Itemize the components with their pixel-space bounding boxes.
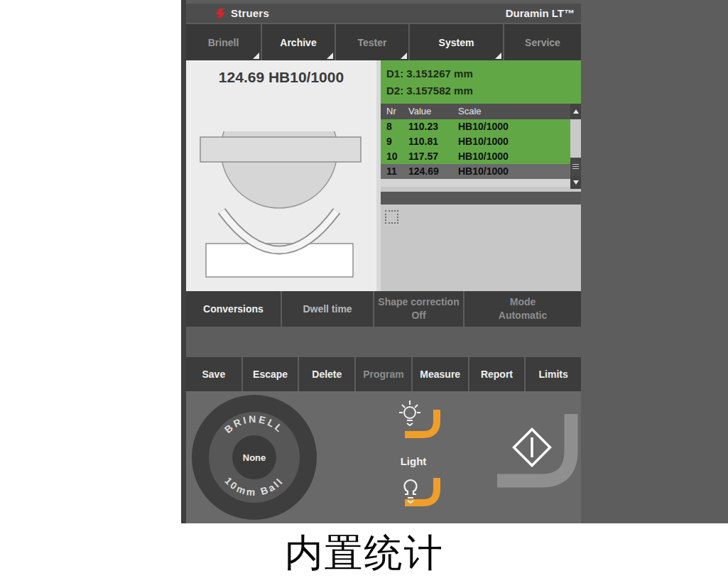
table-row-empty: [381, 179, 570, 187]
d1-readout: D1: 3.151267 mm: [386, 65, 581, 82]
indenter-diagram: [186, 131, 376, 284]
page: Struers Duramin LT™ Brinell Archive Test…: [0, 0, 728, 583]
table-row-selected[interactable]: 11 124.69 HB10/1000: [381, 164, 570, 179]
delete-button[interactable]: Delete: [299, 357, 354, 391]
hardware-zone: BRINELL 10mm Ball None: [186, 391, 581, 523]
results-table: 8 110.23 HB10/1000 9 110.81 HB10/1000 10…: [381, 119, 570, 187]
screen-left-border: [181, 0, 186, 523]
light-off-bulb-icon[interactable]: [401, 476, 420, 506]
brand-logo: Struers: [214, 4, 269, 23]
table-row[interactable]: 8 110.23 HB10/1000: [381, 119, 570, 134]
dwell-time-button[interactable]: Dwell time: [282, 291, 373, 327]
results-table-header: Nr Value Scale: [381, 104, 581, 119]
conversions-button[interactable]: Conversions: [186, 291, 281, 327]
panel-separator-strip: [381, 192, 581, 205]
tab-corner-indicator: [327, 53, 333, 59]
brand-name: Struers: [231, 7, 269, 19]
hardness-reading: 124.69 HB10/1000: [186, 69, 376, 86]
tab-brinell[interactable]: Brinell: [186, 24, 261, 60]
tab-corner-indicator: [253, 53, 259, 59]
program-button[interactable]: Program: [356, 357, 411, 391]
light-label: Light: [395, 455, 432, 467]
action-button-row: Save Escape Delete Program Measure Repor…: [186, 357, 581, 391]
start-control: [491, 391, 581, 523]
tab-corner-indicator: [495, 53, 501, 59]
tester-screenshot: Struers Duramin LT™ Brinell Archive Test…: [181, 0, 728, 523]
title-bar: Struers Duramin LT™: [186, 4, 581, 23]
content-area: 124.69 HB10/1000 D1: 3.151267 mm D2: 3.1: [186, 60, 581, 291]
method-dial[interactable]: BRINELL 10mm Ball None: [191, 394, 317, 521]
selection-checkbox[interactable]: [385, 210, 398, 224]
start-button-icon[interactable]: [507, 423, 557, 472]
settings-button-row: Conversions Dwell time Shape correction …: [186, 291, 581, 327]
measure-button[interactable]: Measure: [413, 357, 468, 391]
dial-center-label: None: [243, 452, 266, 463]
table-row[interactable]: 10 117.57 HB10/1000: [381, 149, 570, 164]
mode-value: Automatic: [499, 309, 547, 322]
tab-tester[interactable]: Tester: [336, 24, 408, 60]
grip-icon: [572, 164, 579, 170]
main-menu: Brinell Archive Tester System Service: [186, 24, 581, 60]
table-row[interactable]: 9 110.81 HB10/1000: [381, 134, 570, 149]
results-panel: D1: 3.151267 mm D2: 3.157582 mm Nr Value…: [381, 60, 581, 291]
mode-button[interactable]: Mode Automatic: [464, 291, 581, 327]
tab-system[interactable]: System: [410, 24, 503, 60]
measurement-panel: 124.69 HB10/1000: [186, 60, 376, 291]
duramin-ui: Struers Duramin LT™ Brinell Archive Test…: [186, 0, 581, 523]
tab-corner-indicator: [401, 53, 407, 59]
d2-readout: D2: 3.157582 mm: [386, 82, 581, 99]
scroll-up-button[interactable]: [570, 104, 581, 119]
product-name: Duramin LT™: [506, 4, 575, 23]
shape-correction-value: Off: [411, 309, 425, 322]
light-controls: Light: [395, 397, 442, 518]
scrollbar-thumb[interactable]: [570, 158, 581, 176]
scroll-down-button[interactable]: [570, 176, 581, 189]
indenter-holder: [200, 137, 361, 162]
shape-correction-button[interactable]: Shape correction Off: [374, 291, 463, 327]
escape-button[interactable]: Escape: [243, 357, 298, 391]
struers-lightning-icon: [214, 8, 227, 19]
save-button[interactable]: Save: [186, 357, 241, 391]
arrow-down-icon: [573, 180, 579, 185]
tab-archive[interactable]: Archive: [262, 24, 335, 60]
limits-button[interactable]: Limits: [526, 357, 581, 391]
tab-service[interactable]: Service: [504, 24, 581, 60]
statistics-area: [381, 205, 581, 291]
report-button[interactable]: Report: [469, 357, 525, 391]
caption-text: 内置统计: [0, 528, 728, 579]
light-on-bulb-icon[interactable]: [399, 398, 420, 431]
diagonal-readouts: D1: 3.151267 mm D2: 3.157582 mm: [381, 60, 581, 104]
arrow-up-icon: [573, 109, 579, 114]
